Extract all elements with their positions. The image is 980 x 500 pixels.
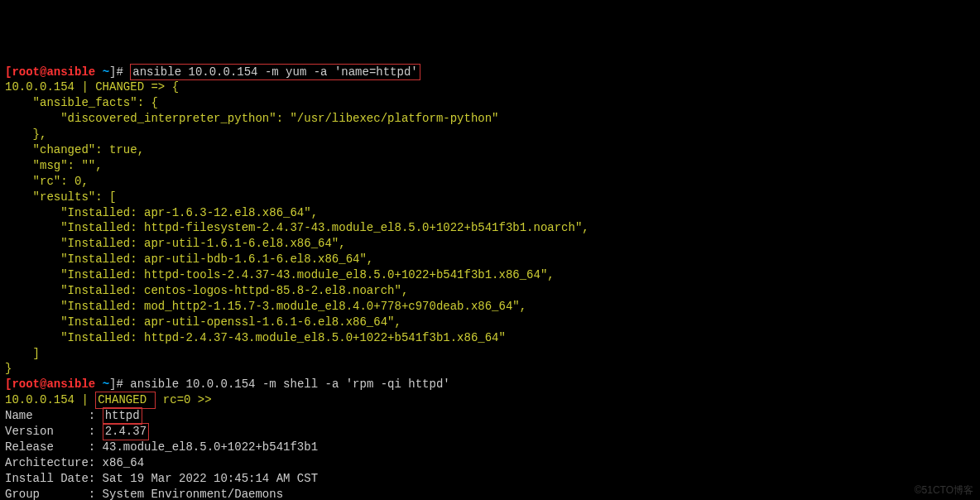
ansible-facts-close: },	[5, 127, 46, 141]
header-post: rc=0 >>	[156, 393, 211, 406]
discovered-interpreter: "discovered_interpreter_python": "/usr/l…	[5, 112, 499, 125]
json-close: }	[5, 362, 12, 375]
prompt-cwd: ~	[103, 65, 109, 79]
terminal-output: [root@ansible ~]# ansible 10.0.0.154 -m …	[5, 65, 975, 500]
results-open: "results": [	[5, 190, 116, 204]
ansible-facts-open: "ansible_facts": {	[5, 96, 158, 109]
msg-empty: "msg": "",	[5, 159, 103, 172]
rpm-name-label: Name :	[5, 409, 103, 422]
result-item: "Installed: apr-1.6.3-12.el8.x86_64",	[5, 206, 318, 219]
prompt-cwd: ~	[103, 377, 109, 391]
rpm-architecture: Architecture: x86_64	[5, 456, 144, 469]
shell-output-header: 10.0.0.154 | CHANGED rc=0 >>	[5, 393, 212, 406]
rpm-release: Release : 43.module_el8.5.0+1022+b541f3b…	[5, 440, 318, 454]
result-item: "Installed: centos-logos-httpd-85.8-2.el…	[5, 284, 408, 297]
changed-true: "changed": true,	[5, 143, 144, 156]
changed-highlight: CHANGED	[95, 392, 156, 409]
prompt-user-host: root@ansible	[12, 65, 95, 79]
result-item: "Installed: apr-util-1.6.1-6.el8.x86_64"…	[5, 237, 346, 250]
prompt-user-host: root@ansible	[12, 377, 95, 391]
results-close: ]	[5, 347, 40, 360]
rpm-group: Group : System Environment/Daemons	[5, 488, 283, 500]
watermark: ©51CTO博客	[915, 483, 973, 497]
prompt-hash: ]#	[109, 377, 123, 391]
result-item: "Installed: apr-util-openssl-1.6.1-6.el8…	[5, 315, 401, 329]
result-item: "Installed: httpd-tools-2.4.37-43.module…	[5, 268, 555, 281]
result-item: "Installed: apr-util-bdb-1.6.1-6.el8.x86…	[5, 252, 373, 266]
ansible-output-header: 10.0.0.154 | CHANGED => {	[5, 80, 179, 94]
prompt-line-1[interactable]: [root@ansible ~]# ansible 10.0.0.154 -m …	[5, 65, 420, 79]
rpm-name-line: Name : httpd	[5, 409, 142, 422]
result-item: "Installed: httpd-2.4.37-43.module_el8.5…	[5, 331, 506, 344]
rpm-install-date: Install Date: Sat 19 Mar 2022 10:45:14 A…	[5, 472, 318, 485]
rc-zero: "rc": 0,	[5, 175, 89, 188]
command-1-highlight: ansible 10.0.0.154 -m yum -a 'name=httpd…	[130, 64, 420, 81]
rpm-name-value-highlight: httpd	[103, 407, 142, 425]
rpm-version-value-highlight: 2.4.37	[103, 423, 149, 440]
rpm-version-label: Version :	[5, 425, 103, 438]
command-2: ansible 10.0.0.154 -m shell -a 'rpm -qi …	[130, 377, 449, 391]
result-item: "Installed: mod_http2-1.15.7-3.module_el…	[5, 300, 526, 313]
rpm-version-line: Version : 2.4.37	[5, 425, 149, 438]
prompt-line-2[interactable]: [root@ansible ~]# ansible 10.0.0.154 -m …	[5, 377, 450, 391]
header-pre: 10.0.0.154 |	[5, 393, 95, 406]
prompt-hash: ]#	[109, 65, 123, 79]
result-item: "Installed: httpd-filesystem-2.4.37-43.m…	[5, 221, 589, 234]
